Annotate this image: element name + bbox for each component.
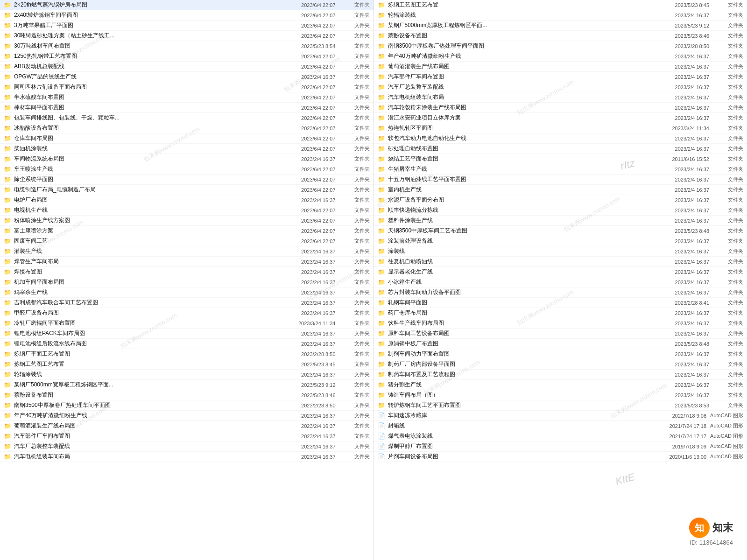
list-item[interactable]: 📁塑料件涂装生产线2023/2/4 16:37文件夹 (374, 216, 747, 226)
list-item[interactable]: 📄片剂车间设备布局图2020/11/6 13:00AutoCAD 图形 (374, 452, 747, 462)
list-item[interactable]: 📁炼钢工艺图工艺布置2023/5/23 8:45文件夹 (374, 0, 747, 10)
list-item[interactable]: 📁南钢3500中厚板卷厂热处理车间平面图2023/2/28 8:50文件夹 (0, 400, 374, 411)
list-item[interactable]: 📁葡萄酒灌装生产线布局图2023/2/4 16:37文件夹 (0, 421, 374, 431)
file-type: 文件夹 (339, 217, 370, 224)
list-item[interactable]: 📁南钢3500中厚板卷厂热处理车间平面图2023/2/28 8:50文件夹 (374, 41, 747, 51)
list-item[interactable]: 📁鸡宰杀生产线2023/2/4 16:37文件夹 (0, 287, 374, 298)
list-item[interactable]: 📁阿司匹林片剂设备平面布局图2023/6/4 22:07文件夹 (0, 82, 374, 92)
list-item[interactable]: 📁粉体喷涂生产线方案图2023/6/4 22:07文件夹 (0, 216, 374, 226)
list-item[interactable]: 📁ABB发动机总装配线2023/6/4 22:07文件夹 (0, 62, 374, 72)
list-item[interactable]: 📁轮辐涂装线2023/2/4 16:37文件夹 (0, 370, 374, 380)
list-item[interactable]: 📁汽车厂总装整车装配线2023/2/4 16:37文件夹 (0, 441, 374, 452)
list-item[interactable]: 📁焊管生产车间布局2023/2/4 16:37文件夹 (0, 257, 374, 267)
list-item[interactable]: 📁除尘系统平面图2023/6/4 22:07文件夹 (0, 175, 374, 185)
list-item[interactable]: 📁2x40t转炉炼钢车间平面图2023/6/4 22:07文件夹 (0, 10, 374, 21)
list-item[interactable]: 📁生猪屠宰生产线2023/2/4 16:37文件夹 (374, 164, 747, 175)
folder-icon: 📁 (378, 32, 385, 40)
list-item[interactable]: 📁30万吨线材车间布置图2023/5/23 8:54文件夹 (0, 41, 374, 51)
list-item[interactable]: 📁芯片封装车间动力设备平面图2023/2/4 16:37文件夹 (374, 287, 747, 298)
list-item[interactable]: 📁3万吨苹果醋工厂平面图2023/6/4 22:07文件夹 (0, 21, 374, 31)
list-item[interactable]: 📁灌装生产线2023/2/4 16:37文件夹 (0, 246, 374, 257)
list-item[interactable]: 📁1250热轧钢带工艺布置图2023/6/4 22:07文件夹 (0, 51, 374, 62)
list-item[interactable]: 📁制药车间布置及工艺流程图2023/2/4 16:37文件夹 (374, 370, 747, 380)
list-item[interactable]: 📁柴油机涂装线2023/6/4 22:07文件夹 (0, 144, 374, 154)
list-item[interactable]: 📁轮辐涂装线2023/2/4 16:37文件夹 (374, 10, 747, 21)
list-item[interactable]: 📁小冰箱生产线2023/2/4 16:37文件夹 (374, 277, 747, 287)
list-item[interactable]: 📁2×20th燃气蒸汽锅炉房布局图2023/6/4 22:07文件夹 (0, 0, 374, 10)
list-item[interactable]: 📁热连轧轧区平面图2023/3/24 11:34文件夹 (374, 123, 747, 133)
list-item[interactable]: 📁炼钢厂平面工艺布置图2023/2/28 8:50文件夹 (0, 349, 374, 359)
list-item[interactable]: 📁顺丰快递物流分拣线2023/2/4 16:37文件夹 (374, 205, 747, 216)
list-item[interactable]: 📁原料车间工艺设备布局图2023/2/4 16:37文件夹 (374, 329, 747, 339)
list-item[interactable]: 📁汽车电机组装车间布局2023/2/4 16:37文件夹 (374, 92, 747, 103)
list-item[interactable]: 📁固废车间工艺2023/6/4 22:07文件夹 (0, 236, 374, 246)
list-item[interactable]: 📁药厂仓库布局图2023/2/4 16:37文件夹 (374, 308, 747, 318)
list-item[interactable]: 📁某钢厂5000mm宽厚板工程炼钢区平面...2023/5/23 9:12文件夹 (0, 380, 374, 390)
list-item[interactable]: 📁萘酚设备布置图2023/5/23 8:46文件夹 (0, 390, 374, 400)
list-item[interactable]: 📁汽车厂总装整车装配线2023/2/4 16:37文件夹 (374, 82, 747, 92)
list-item[interactable]: 📁车间物流系统布局图2023/2/4 16:37文件夹 (0, 154, 374, 164)
list-item[interactable]: 📁焊接布置图2023/2/4 16:37文件夹 (0, 267, 374, 277)
list-item[interactable]: 📁往复机自动喷油线2023/2/4 16:37文件夹 (374, 257, 747, 267)
list-item[interactable]: 📁转炉炼钢车间工艺平面布置图2023/5/23 8:53文件夹 (374, 400, 747, 411)
file-name: 转炉炼钢车间工艺平面布置图 (388, 401, 655, 409)
list-item[interactable]: 📁包装车间排线图、包装线、干燥、颗粒车...2023/6/4 22:07文件夹 (0, 113, 374, 123)
file-type: 文件夹 (713, 166, 743, 173)
list-item[interactable]: 📁汽车部件厂车间布置图2023/2/4 16:37文件夹 (374, 72, 747, 82)
list-item[interactable]: 📁原浦钢中板厂布置图2023/5/23 8:48文件夹 (374, 339, 747, 349)
list-item[interactable]: 📁锂电池模组PACK车间布局图2023/2/4 16:37文件夹 (0, 329, 374, 339)
list-item[interactable]: 📁年产40万吨矿渣微细粉生产线2023/2/4 16:37文件夹 (0, 411, 374, 421)
list-item[interactable]: 📁富士康喷涂方案2023/6/4 22:07文件夹 (0, 226, 374, 236)
list-item[interactable]: 📁电炉厂布局图2023/2/4 16:37文件夹 (0, 195, 374, 205)
list-item[interactable]: 📁潜江永安药业项目立体库方案2023/2/4 16:37文件夹 (374, 113, 747, 123)
folder-icon: 📁 (378, 392, 385, 399)
list-item[interactable]: 📁某钢厂5000mm宽厚板工程炼钢区平面...2023/5/23 9:12文件夹 (374, 21, 747, 31)
list-item[interactable]: 📁吉利成都汽车联合车间工艺布置图2023/2/4 16:37文件夹 (0, 298, 374, 308)
list-item[interactable]: 📁年产40万吨矿渣微细粉生产线2023/2/4 16:37文件夹 (374, 51, 747, 62)
list-item[interactable]: 📁车王喷涂生产线2023/6/4 22:07文件夹 (0, 164, 374, 175)
list-item[interactable]: 📁汽车部件厂车间布置图2023/2/4 16:37文件夹 (0, 431, 374, 441)
list-item[interactable]: 📁电缆制造厂布局_电缆制造厂布局2023/6/4 22:07文件夹 (0, 185, 374, 195)
file-name: 电炉厂布局图 (14, 196, 281, 204)
list-item[interactable]: 📁OPGW产品的绞线生产线2023/2/4 16:37文件夹 (0, 72, 374, 82)
list-item[interactable]: 📄煤制甲醇厂布置图2019/7/18 9:09AutoCAD 图形 (374, 441, 747, 452)
list-item[interactable]: 📁猪分割生产线2023/2/4 16:37文件夹 (374, 380, 747, 390)
list-item[interactable]: 📁轧钢车间平面图2023/2/28 8:41文件夹 (374, 298, 747, 308)
list-item[interactable]: 📄封箱线2021/7/24 17:18AutoCAD 图形 (374, 421, 747, 431)
list-item[interactable]: 📁涂装线2023/2/4 16:37文件夹 (374, 246, 747, 257)
list-item[interactable]: 📁制药厂厂房内部设备平面图2023/2/4 16:37文件夹 (374, 359, 747, 370)
list-item[interactable]: 📁室内机生产线2023/2/4 16:37文件夹 (374, 185, 747, 195)
list-item[interactable]: 📁电视机生产线2023/6/4 22:07文件夹 (0, 205, 374, 216)
list-item[interactable]: 📁显示器老化生产线2023/2/4 16:37文件夹 (374, 267, 747, 277)
list-item[interactable]: 📁仓库车间布局图2023/6/4 22:07文件夹 (0, 133, 374, 144)
list-item[interactable]: 📁棒材车间平面布置图2023/6/4 22:07文件夹 (0, 103, 374, 113)
list-item[interactable]: 📁半水硫酸车间布置图2023/6/4 22:07文件夹 (0, 92, 374, 103)
list-item[interactable]: 📁软包汽车动力电池自动化生产线2023/2/4 16:37文件夹 (374, 133, 747, 144)
list-item[interactable]: 📁机加车间平面布局图2023/2/4 16:37文件夹 (0, 277, 374, 287)
list-item[interactable]: 📁铸造车间布局（图）2023/2/4 16:37文件夹 (374, 390, 747, 400)
list-item[interactable]: 📁炼钢工艺图工艺布置2023/5/23 8:45文件夹 (0, 359, 374, 370)
list-item[interactable]: 📁涂装前处理设备线2023/2/4 16:37文件夹 (374, 236, 747, 246)
list-item[interactable]: 📁汽车电机组装车间布局2023/2/4 16:37文件夹 (0, 452, 374, 462)
list-item[interactable]: 📁汽车轮毂粉末涂装生产线布局图2023/2/4 16:37文件夹 (374, 103, 747, 113)
file-date: 2023/2/4 16:37 (658, 54, 709, 59)
list-item[interactable]: 📁饮料生产线车间布局图2023/2/4 16:37文件夹 (374, 318, 747, 329)
list-item[interactable]: 📁冷轧厂磨辊间平面布置图2023/3/24 11:34文件夹 (0, 318, 374, 329)
file-type: 文件夹 (713, 299, 743, 306)
file-name: 棒材车间平面布置图 (14, 104, 281, 112)
list-item[interactable]: 📁萘酚设备布置图2023/5/23 8:46文件夹 (374, 31, 747, 41)
list-item[interactable]: 📁砂处理自动线布置图2023/2/4 16:37文件夹 (374, 144, 747, 154)
file-date: 2023/2/4 16:37 (284, 413, 336, 419)
list-item[interactable]: 📁十五万钢油漆线工艺平面布置图2023/2/4 16:37文件夹 (374, 175, 747, 185)
list-item[interactable]: 📁葡萄酒灌装生产线布局图2023/2/4 16:37文件夹 (374, 62, 747, 72)
list-item[interactable]: 📁冰醋酸设备布置图2023/6/4 22:07文件夹 (0, 123, 374, 133)
list-item[interactable]: 📁制剂车间动力平面布置图2023/2/4 16:37文件夹 (374, 349, 747, 359)
list-item[interactable]: 📁30吨铸造砂处理方案（粘土砂生产线工...2023/6/4 22:07文件夹 (0, 31, 374, 41)
list-item[interactable]: 📄车间速冻冷藏库2022/7/18 9:08AutoCAD 图形 (374, 411, 747, 421)
list-item[interactable]: 📁天钢3500中厚板车间工艺布置图2023/5/23 8:48文件夹 (374, 226, 747, 236)
list-item[interactable]: 📁锂电池模组后段流水线布局图2023/2/4 16:37文件夹 (0, 339, 374, 349)
list-item[interactable]: 📁水泥厂设备平面分布图2023/2/4 16:37文件夹 (374, 195, 747, 205)
list-item[interactable]: 📄煤气表电泳涂装线2021/7/24 17:17AutoCAD 图形 (374, 431, 747, 441)
list-item[interactable]: 📁烧结工艺平面布置图2011/6/16 15:52文件夹 (374, 154, 747, 164)
list-item[interactable]: 📁甲醛厂设备布局图2023/2/4 16:37文件夹 (0, 308, 374, 318)
